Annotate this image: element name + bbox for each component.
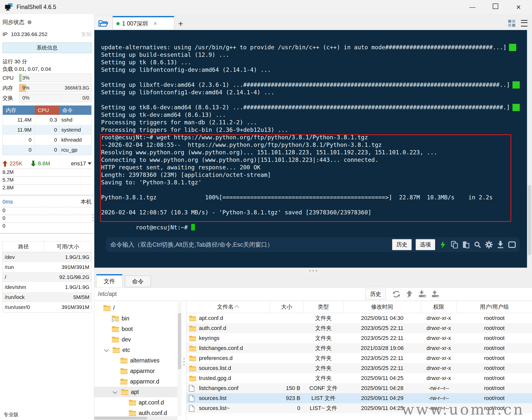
file-row[interactable]: auth.conf.d 文件夹 2023/05/25 22:11 drwxr-x… (186, 323, 532, 333)
process-col-memory[interactable]: 内存 (3, 106, 35, 115)
process-mem: 11.4M (3, 115, 35, 125)
command-input[interactable] (110, 241, 388, 248)
progress-block-icon (512, 104, 520, 111)
layout-grid-icon[interactable] (508, 20, 515, 27)
tree-item[interactable]: apt (94, 387, 179, 397)
disk-col-size[interactable]: 可用/大小 (44, 241, 91, 252)
sidebar-splitter-handle[interactable] (92, 214, 94, 221)
tree-item[interactable]: apparmor.d (94, 376, 179, 387)
file-history-button[interactable]: 历史 (365, 289, 386, 300)
copy-icon[interactable] (451, 241, 458, 248)
file-row[interactable]: listchanges.conf 150 B CONF 文件 2025/09/1… (186, 383, 532, 393)
process-row[interactable]: 0 0 rcu_gp (3, 145, 91, 155)
file-row[interactable]: apt.conf.d 文件夹 2025/09/11 04:30 drwxr-xr… (186, 313, 532, 323)
process-col-cpu[interactable]: CPU (35, 106, 59, 115)
file-row[interactable]: sources.list.d 文件夹 2023/05/25 22:11 drwx… (186, 363, 532, 373)
tree-table-splitter-handle[interactable] (183, 358, 185, 365)
disk-row[interactable]: /dev 1.9G/1.9G (3, 252, 91, 262)
tree-item[interactable]: boot (94, 324, 179, 334)
col-type[interactable]: 类型 (303, 301, 344, 313)
col-size[interactable]: 大小 (270, 301, 303, 313)
col-permissions[interactable]: 权限 (421, 301, 457, 313)
file-name: trusted.gpg.d (199, 375, 231, 381)
process-col-command[interactable]: 命令 (59, 106, 91, 115)
file-name: listchanges.conf.d (199, 345, 243, 351)
usage-bar: 0% 0/0 (19, 94, 92, 102)
download-icon[interactable] (497, 241, 504, 248)
horizontal-splitter-handle[interactable] (94, 268, 532, 274)
close-button[interactable]: × (513, 3, 523, 12)
terminal-line (101, 201, 524, 209)
history-button[interactable]: 历史 (392, 239, 412, 250)
refresh-icon[interactable] (392, 290, 400, 298)
tree-item-label: apparmor.d (130, 378, 159, 385)
ip-value: 103.236.66.252 (11, 31, 48, 37)
tab-files[interactable]: 文件 (96, 274, 122, 287)
parent-directory-icon[interactable] (405, 290, 413, 298)
terminal-line: Length: 23978360 (23M) [application/octe… (101, 171, 524, 179)
graph-tick-label: 0 (3, 208, 7, 213)
tree-item[interactable]: / (94, 303, 179, 313)
ping-host-label[interactable]: 本机 (81, 198, 92, 206)
file-row[interactable]: preferences.d 文件夹 2023/05/25 22:11 drwxr… (186, 353, 532, 363)
process-row[interactable]: 11.4M 0.3 sshd (3, 115, 91, 125)
new-window-icon[interactable] (508, 241, 516, 248)
tree-scrollbar-thumb[interactable] (178, 313, 181, 369)
paste-icon[interactable] (462, 241, 470, 248)
menu-icon[interactable] (521, 20, 527, 27)
terminal-prompt-line: root@ecsujNt:~# (101, 216, 524, 239)
disk-row[interactable]: /run/lock 5M/5M (3, 292, 91, 302)
terminal-scrollbar[interactable] (527, 30, 532, 268)
process-row[interactable]: 11.9M 0 systemd (3, 125, 91, 135)
process-mem: 0 (3, 135, 35, 145)
file-permissions: drwxr-xr-x (421, 373, 457, 383)
tree-item[interactable]: dev (94, 334, 179, 345)
file-row[interactable]: trusted.gpg.d 文件夹 2025/09/11 04:25 drwxr… (186, 373, 532, 383)
tree-hscrollbar-thumb[interactable] (94, 417, 147, 419)
col-filename[interactable]: 文件名 (186, 301, 270, 313)
options-button[interactable]: 选项 (416, 239, 435, 250)
tab-commands[interactable]: 命令 (125, 276, 151, 287)
col-owner[interactable]: 用户/用户组 (457, 301, 532, 313)
expand-chevron-icon[interactable] (104, 348, 110, 352)
disk-row[interactable]: / 92.1G/98.2G (3, 272, 91, 282)
tree-item[interactable]: bin (94, 313, 179, 324)
system-info-button[interactable]: 系统信息 (3, 43, 92, 53)
search-icon[interactable] (474, 241, 481, 248)
tree-item[interactable]: alternatives (94, 355, 179, 366)
disk-row[interactable]: /run 391M/391M (3, 262, 91, 272)
tree-scrollbar[interactable] (177, 301, 182, 416)
file-row[interactable]: listchanges.conf.d 文件夹 2021/03/28 19:06 … (186, 343, 532, 353)
current-path[interactable]: /etc/apt (94, 291, 365, 297)
tree-item[interactable]: auth.conf.d (94, 408, 179, 416)
expand-chevron-icon[interactable] (112, 390, 119, 394)
interface-selector[interactable]: ens17 (71, 160, 92, 167)
disk-row[interactable]: /dev/shm 1.9G/1.9G (3, 282, 91, 292)
process-row[interactable]: 0 0 kthreadd (3, 135, 91, 145)
file-name: listchanges.conf (199, 385, 238, 391)
process-mem: 11.9M (3, 125, 35, 135)
minimize-button[interactable]: — (467, 4, 477, 11)
settings-gear-icon[interactable] (485, 241, 493, 248)
download-file-icon[interactable] (418, 290, 426, 298)
file-size: 150 B (270, 383, 303, 393)
col-mtime[interactable]: 修改时间 (344, 301, 421, 313)
file-row[interactable]: keyrings 文件夹 2023/05/25 22:11 drwxr-xr-x… (186, 333, 532, 343)
tree-horizontal-scrollbar[interactable] (94, 416, 177, 420)
copy-ip-button[interactable]: 复制 (81, 31, 92, 38)
disk-row[interactable]: /run/user/0 391M/391M (3, 302, 91, 312)
maximize-button[interactable] (490, 4, 500, 11)
open-connection-button[interactable] (94, 17, 113, 30)
upload-file-icon[interactable] (431, 290, 439, 298)
terminal[interactable]: update-alternatives: using /usr/bin/g++ … (94, 30, 532, 268)
tab-close-icon[interactable]: × (154, 20, 157, 27)
quick-command-icon[interactable] (439, 241, 447, 248)
tree-item[interactable]: apt.conf.d (94, 397, 179, 408)
tree-item[interactable]: etc (94, 345, 179, 355)
tree-item[interactable]: apparmor (94, 366, 179, 376)
add-tab-button[interactable]: + (178, 19, 183, 30)
disk-size: 5M/5M (38, 292, 91, 302)
disk-col-path[interactable]: 路径 (3, 241, 44, 252)
session-tab-active[interactable]: 1 007深圳 × (113, 16, 174, 30)
terminal-scrollbar-thumb[interactable] (528, 185, 531, 255)
